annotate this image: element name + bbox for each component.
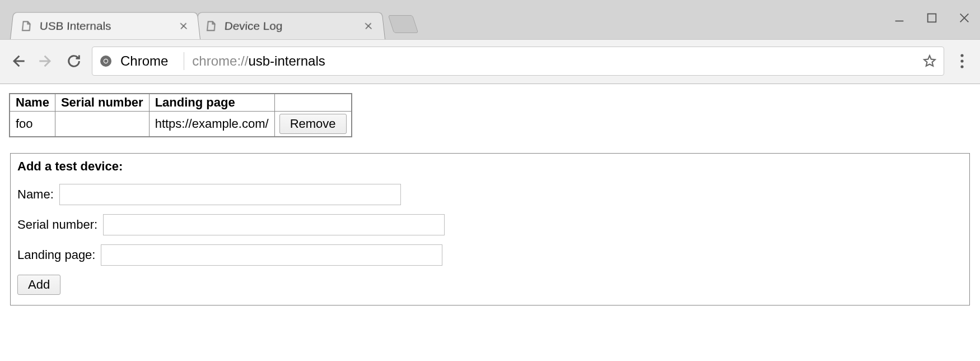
origin-label: Chrome [120,53,176,69]
svg-point-3 [104,59,108,63]
tab-strip: USB Internals Device Log [0,2,416,39]
bookmark-star-icon[interactable] [922,54,937,68]
omnibox-divider [184,52,184,70]
forward-button[interactable] [36,51,56,71]
add-button[interactable]: Add [17,275,60,295]
maximize-button[interactable] [924,10,940,26]
reload-button[interactable] [64,51,84,71]
landing-input[interactable] [101,244,442,266]
close-icon[interactable] [178,21,189,30]
new-tab-button[interactable] [388,15,418,33]
page-icon [19,20,32,31]
cell-landing: https://example.com/ [149,112,274,137]
table-header-row: Name Serial number Landing page [10,94,352,112]
col-landing-page: Landing page [149,94,274,112]
page-content: Name Serial number Landing page foo http… [0,84,980,314]
url-text: chrome://usb-internals [192,53,914,69]
remove-button[interactable]: Remove [279,114,347,134]
omnibox[interactable]: Chrome chrome://usb-internals [92,47,944,76]
window-controls [892,10,972,26]
col-actions [274,94,351,112]
serial-row: Serial number: [17,214,963,235]
name-row: Name: [17,184,963,205]
url-path: usb-internals [248,53,325,68]
name-label: Name: [17,187,54,202]
svg-point-6 [960,65,963,68]
svg-point-4 [960,54,963,57]
close-window-button[interactable] [956,10,972,26]
kebab-menu-icon[interactable] [952,51,972,71]
col-serial: Serial number [55,94,149,112]
page-icon [204,20,217,31]
name-input[interactable] [59,184,401,205]
url-scheme: chrome:// [192,53,248,68]
serial-input[interactable] [103,214,445,235]
svg-point-5 [960,59,963,62]
col-name: Name [10,94,55,112]
tab-device-log[interactable]: Device Log [195,12,385,39]
add-device-legend: Add a test device: [17,159,963,174]
toolbar: Chrome chrome://usb-internals [0,39,980,84]
tab-title: USB Internals [39,19,171,32]
tab-usb-internals[interactable]: USB Internals [10,12,200,39]
titlebar: USB Internals Device Log [0,0,980,39]
table-row: foo https://example.com/ Remove [10,112,352,137]
devices-table: Name Serial number Landing page foo http… [9,93,352,137]
landing-label: Landing page: [17,248,95,262]
browser-chrome: USB Internals Device Log [0,0,980,84]
svg-rect-0 [928,14,936,22]
back-button[interactable] [8,51,28,71]
chrome-icon [99,54,113,68]
tab-title: Device Log [224,19,356,32]
cell-name: foo [10,112,55,137]
cell-actions: Remove [274,112,351,137]
close-icon[interactable] [363,21,374,30]
landing-row: Landing page: [17,244,963,266]
add-device-panel: Add a test device: Name: Serial number: … [10,153,970,306]
serial-label: Serial number: [17,217,97,232]
minimize-button[interactable] [892,10,907,26]
cell-serial [55,112,149,137]
